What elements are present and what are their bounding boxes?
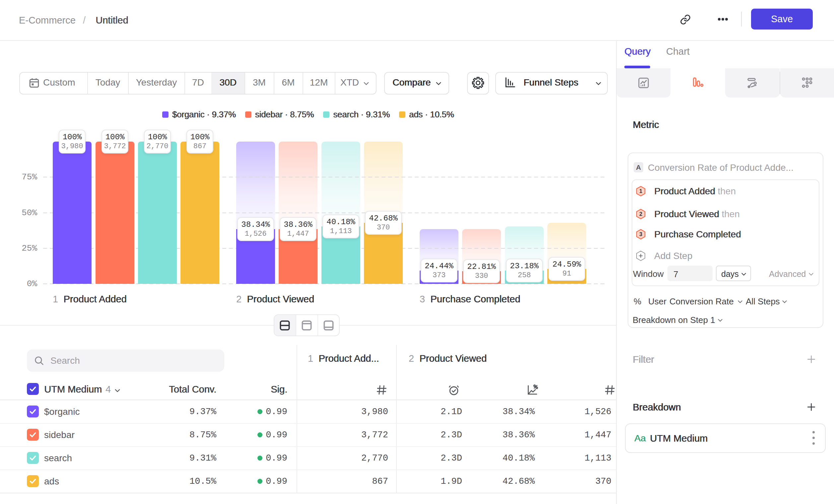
- svg-text:1: 1: [639, 188, 642, 194]
- svg-text:3: 3: [639, 231, 642, 237]
- svg-text:2: 2: [639, 211, 642, 217]
